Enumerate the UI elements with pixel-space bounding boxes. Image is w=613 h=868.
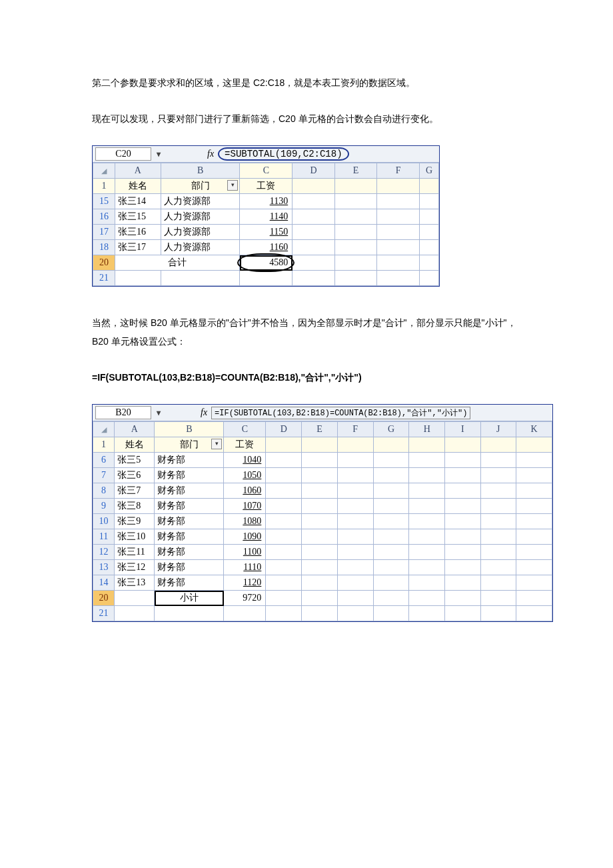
cell[interactable]: 人力资源部: [161, 240, 240, 255]
cell[interactable]: 1160: [240, 240, 293, 255]
subtotal-label-cell[interactable]: 小计: [155, 591, 224, 606]
cell[interactable]: 张三17: [115, 240, 161, 255]
cell[interactable]: [334, 179, 377, 194]
cell[interactable]: 1080: [224, 514, 266, 529]
fx-icon[interactable]: fx: [203, 149, 218, 159]
cell[interactable]: 1070: [224, 499, 266, 514]
spreadsheet-grid[interactable]: ◢ A B C D E F G 1 姓名 部门 ▾ 工资: [93, 163, 439, 286]
col-header-F[interactable]: F: [377, 163, 420, 179]
filter-icon[interactable]: ▾: [227, 180, 238, 191]
cell[interactable]: 张三12: [115, 560, 155, 575]
cell[interactable]: 财务部: [155, 560, 224, 575]
cell[interactable]: 1090: [224, 529, 266, 545]
col-header-K[interactable]: K: [516, 422, 552, 437]
cell[interactable]: 1050: [224, 468, 266, 483]
col-header-B[interactable]: B: [161, 163, 240, 179]
row-header[interactable]: 15: [93, 194, 115, 209]
formula-text[interactable]: =IF(SUBTOTAL(103,B2:B18)=COUNTA(B2:B18),…: [211, 407, 470, 419]
cell[interactable]: 张三8: [115, 499, 155, 514]
row-header[interactable]: 18: [93, 240, 115, 255]
row-header[interactable]: 11: [93, 529, 115, 545]
col-header-A[interactable]: A: [115, 422, 155, 437]
cell[interactable]: 姓名: [115, 437, 155, 453]
row-header[interactable]: 21: [93, 606, 115, 621]
cell[interactable]: [377, 179, 420, 194]
col-header-G[interactable]: G: [420, 163, 439, 179]
formula-text[interactable]: =SUBTOTAL(109,C2:C18): [218, 147, 348, 161]
cell[interactable]: 1110: [224, 560, 266, 575]
row-header[interactable]: 7: [93, 468, 115, 483]
spreadsheet-grid[interactable]: ◢ A B C D E F G H I J K 1 姓名: [93, 421, 552, 621]
cell[interactable]: 张三11: [115, 545, 155, 560]
cell[interactable]: 张三7: [115, 483, 155, 499]
cell[interactable]: [420, 179, 439, 194]
row-header[interactable]: 16: [93, 209, 115, 225]
cell[interactable]: 张三9: [115, 514, 155, 529]
row-header[interactable]: 17: [93, 225, 115, 240]
col-header-E[interactable]: E: [302, 422, 338, 437]
cell[interactable]: 部门 ▾: [161, 179, 240, 194]
filter-icon[interactable]: ▾: [211, 439, 222, 449]
col-header-C[interactable]: C: [224, 422, 266, 437]
col-header-H[interactable]: H: [409, 422, 445, 437]
cell[interactable]: 财务部: [155, 499, 224, 514]
cell[interactable]: 工资: [224, 437, 266, 453]
cell[interactable]: 张三10: [115, 529, 155, 545]
cell[interactable]: 1130: [240, 194, 293, 209]
cell[interactable]: 人力资源部: [161, 225, 240, 240]
fx-icon[interactable]: fx: [197, 407, 211, 418]
cell[interactable]: 1140: [240, 209, 293, 225]
name-box-dropdown-icon[interactable]: ▼: [154, 409, 163, 417]
cell[interactable]: 财务部: [155, 545, 224, 560]
col-header-G[interactable]: G: [373, 422, 409, 437]
cell[interactable]: 1040: [224, 453, 266, 468]
name-box[interactable]: C20: [95, 147, 151, 161]
col-header-D[interactable]: D: [293, 163, 335, 179]
cell[interactable]: 工资: [240, 179, 293, 194]
cell[interactable]: 1150: [240, 225, 293, 240]
cell[interactable]: 1100: [224, 545, 266, 560]
cell[interactable]: 财务部: [155, 468, 224, 483]
select-all-corner[interactable]: ◢: [93, 422, 115, 437]
row-header-1[interactable]: 1: [93, 179, 115, 194]
cell[interactable]: 人力资源部: [161, 194, 240, 209]
row-header-1[interactable]: 1: [93, 437, 115, 453]
row-header[interactable]: 13: [93, 560, 115, 575]
row-header[interactable]: 20: [93, 255, 115, 271]
col-header-C[interactable]: C: [240, 163, 293, 179]
row-header[interactable]: 21: [93, 271, 115, 286]
cell[interactable]: 张三16: [115, 225, 161, 240]
col-header-J[interactable]: J: [480, 422, 516, 437]
col-header-E[interactable]: E: [334, 163, 377, 179]
cell[interactable]: 张三14: [115, 194, 161, 209]
col-header-I[interactable]: I: [445, 422, 480, 437]
cell[interactable]: 1120: [224, 575, 266, 591]
row-header[interactable]: 20: [93, 591, 115, 606]
col-header-F[interactable]: F: [337, 422, 373, 437]
col-header-D[interactable]: D: [266, 422, 302, 437]
col-header-A[interactable]: A: [115, 163, 161, 179]
cell[interactable]: 财务部: [155, 483, 224, 499]
name-box[interactable]: B20: [95, 406, 151, 419]
cell[interactable]: 张三6: [115, 468, 155, 483]
cell[interactable]: 姓名: [115, 179, 161, 194]
cell[interactable]: 财务部: [155, 529, 224, 545]
cell[interactable]: [293, 179, 335, 194]
row-header[interactable]: 10: [93, 514, 115, 529]
cell[interactable]: 人力资源部: [161, 209, 240, 225]
total-value-cell[interactable]: 4580: [240, 255, 293, 271]
total-label-cell[interactable]: 合计: [115, 255, 240, 271]
cell[interactable]: 财务部: [155, 453, 224, 468]
col-header-B[interactable]: B: [155, 422, 224, 437]
name-box-dropdown-icon[interactable]: ▼: [154, 150, 163, 159]
row-header[interactable]: 14: [93, 575, 115, 591]
row-header[interactable]: 8: [93, 483, 115, 499]
cell[interactable]: 张三15: [115, 209, 161, 225]
row-header[interactable]: 6: [93, 453, 115, 468]
subtotal-value-cell[interactable]: 9720: [224, 591, 266, 606]
row-header[interactable]: 12: [93, 545, 115, 560]
cell[interactable]: 财务部: [155, 514, 224, 529]
cell[interactable]: 部门 ▾: [155, 437, 224, 453]
row-header[interactable]: 9: [93, 499, 115, 514]
cell[interactable]: [115, 591, 155, 606]
